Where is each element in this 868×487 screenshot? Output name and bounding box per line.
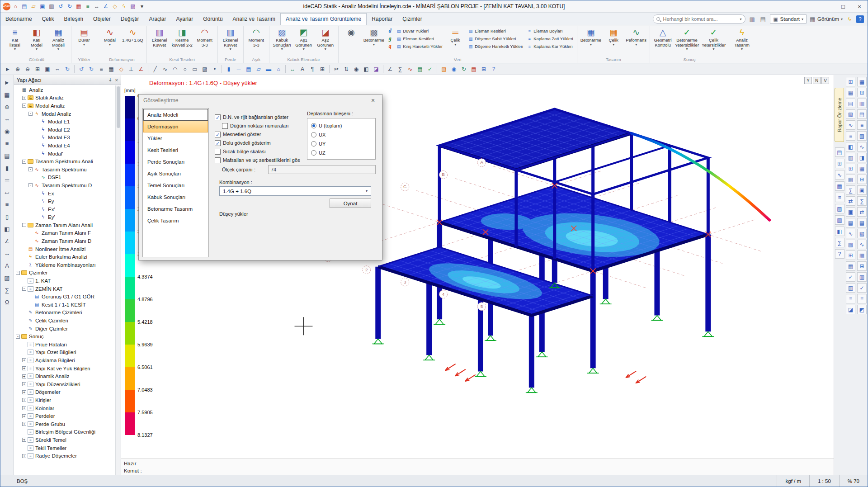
report-icon[interactable]: ▤ <box>857 109 867 119</box>
table-icon[interactable]: ⊞ <box>835 159 844 168</box>
door-icon[interactable]: ▯ <box>2 212 12 222</box>
grid-icon[interactable]: ▦ <box>857 77 867 86</box>
a-2-g-r-nen-button[interactable]: ◪Aş2Görünen▼ <box>315 26 336 51</box>
checkbox-s-cak-b-lge-skalas[interactable]: Sıcak bölge skalası <box>215 148 266 155</box>
toggle-q-icon[interactable]: q <box>387 43 393 49</box>
-button[interactable]: ◉ <box>340 26 362 49</box>
dialog-nav-analiz-modeli[interactable]: Analiz Modeli <box>143 109 208 121</box>
list-icon[interactable]: ≡ <box>835 193 844 202</box>
multi-select-icon[interactable]: ▦ <box>2 90 12 99</box>
beam-icon[interactable]: ═ <box>2 175 12 185</box>
checkbox-box[interactable] <box>215 157 221 163</box>
wall-icon[interactable]: ▤ <box>244 65 253 74</box>
tree-item-modal-e4[interactable]: ϟModal E4 <box>15 142 121 150</box>
bolt-icon[interactable]: ϟ <box>120 2 128 10</box>
betonarme-yetersizlikler-button[interactable]: ✓BetonarmeYetersizlikler▼ <box>674 26 700 51</box>
elevation-icon[interactable]: ⇅ <box>342 65 351 74</box>
tree-item-dsf1[interactable]: ∿DSF1 <box>15 174 121 182</box>
table-edit-icon[interactable]: ⊞ <box>479 65 488 74</box>
layers-icon[interactable]: ≡ <box>2 138 12 148</box>
report-icon[interactable]: ▤ <box>846 99 855 108</box>
tree-item-yap-kat-ve-y-k-bilgileri[interactable]: +≡Yapı Kat ve Yük Bilgileri <box>15 364 121 373</box>
tree-item-tasar-m-spektrumu-d[interactable]: -∿Tasarım Spektrumu D <box>15 181 121 189</box>
axis-icon[interactable]: ∠ <box>137 65 146 74</box>
radio-uy[interactable]: UY <box>311 140 326 147</box>
panel-icon[interactable]: ◩ <box>857 305 867 314</box>
snap-icon[interactable]: ◇ <box>117 65 126 74</box>
analiz-tasar-m-button[interactable]: ϟAnalizTasarım▼ <box>731 26 753 51</box>
new-file-icon[interactable]: ▤ <box>20 2 28 10</box>
tree-item-tekil-temeller[interactable]: ≡Tekil Temeller <box>15 444 121 452</box>
open-file-icon[interactable]: ▱ <box>29 2 38 10</box>
duvar-y-kleri-button[interactable]: ▤Duvar Yükleri <box>396 28 443 34</box>
layers-icon[interactable]: ≡ <box>84 2 92 10</box>
list-icon[interactable]: ≡ <box>846 131 855 141</box>
chart-icon[interactable]: ∿ <box>835 170 844 180</box>
toggle-d-icon[interactable]: d <box>387 28 393 34</box>
undo-view-icon[interactable]: ↺ <box>77 65 86 74</box>
checkbox-d-m-noktas-numaralar[interactable]: Düğüm noktası numaraları <box>222 122 289 129</box>
calculate-icon[interactable]: ∑ <box>2 285 12 295</box>
kaplama-zati-y-kleri-button[interactable]: ≡Kaplama Zati Yükleri <box>527 36 573 42</box>
tab-raporlar[interactable]: Raporlar <box>367 14 397 25</box>
lightning-icon[interactable]: ϟ <box>845 15 854 23</box>
radio-ux[interactable]: UX <box>311 131 326 138</box>
layers-icon[interactable]: ≡ <box>97 65 106 74</box>
circle-icon[interactable]: ○ <box>180 65 189 74</box>
beam-icon[interactable]: ═ <box>234 65 243 74</box>
tree-item-dinamik-analiz[interactable]: +≡Dinamik Analiz <box>15 372 121 380</box>
printer-icon[interactable]: ▥ <box>748 15 756 23</box>
tab-analiz-ve-tasar-m-g-r-nt-leme[interactable]: Analiz ve Tasarım Görüntüleme <box>280 13 367 25</box>
tree-item-sonu[interactable]: -Sonuç <box>15 332 121 340</box>
dialog-nav-y-kler[interactable]: Yükler <box>143 132 208 144</box>
hatch-icon[interactable]: ▨ <box>2 273 12 283</box>
measure-icon[interactable]: ∠ <box>386 65 395 74</box>
kat-listesi-button[interactable]: ≡Katlistesi▼ <box>4 26 26 51</box>
tree-item-zemi-n-kat[interactable]: -≡ZEMİN KAT <box>15 285 121 293</box>
dimension-icon[interactable]: ↔ <box>2 248 12 258</box>
checkbox-box[interactable] <box>222 123 228 129</box>
grid-icon[interactable]: ▦ <box>857 251 867 260</box>
report-icon[interactable]: ▤ <box>835 147 844 157</box>
collapse-icon[interactable]: - <box>22 287 26 291</box>
results-icon[interactable]: ∿ <box>406 65 415 74</box>
calculate-icon[interactable]: ∑ <box>396 65 405 74</box>
radio-u-toplam[interactable]: U (toplam) <box>311 122 342 129</box>
collapse-icon[interactable]: - <box>28 167 33 171</box>
zoom-indicator[interactable]: % 70 <box>839 475 868 487</box>
tab-objeler[interactable]: Objeler <box>88 14 116 25</box>
expand-icon[interactable]: + <box>22 454 26 458</box>
tree-item-euler-burkulma-analizi[interactable]: ϟEuler Burkulma Analizi <box>15 253 121 261</box>
close-button[interactable]: × <box>851 0 868 12</box>
tree-item-perde-grubu[interactable]: +≡Perde Grubu <box>15 420 121 428</box>
eleman-kesitleri-button[interactable]: ▥Eleman Kesitleri <box>468 28 523 34</box>
collapse-icon[interactable]: - <box>22 223 26 227</box>
dialog-nav-elik-tasar-m[interactable]: Çelik Tasarım <box>143 215 208 227</box>
redo-icon[interactable]: ↻ <box>66 2 74 10</box>
tree-item-ex[interactable]: ϟEx' <box>15 205 121 213</box>
slab-icon[interactable]: ▱ <box>254 65 263 74</box>
help-icon[interactable]: ? <box>856 15 864 23</box>
tree-item-modal-analiz[interactable]: -ϟModal Analiz <box>15 102 121 110</box>
list-icon[interactable]: ≡ <box>857 294 867 303</box>
table-icon[interactable]: ⊞ <box>857 175 867 184</box>
table-icon[interactable]: ⊞ <box>846 251 855 260</box>
render-icon[interactable]: ◪ <box>372 65 381 74</box>
expand-icon[interactable]: + <box>22 358 26 362</box>
hatch-icon[interactable]: ▧ <box>846 109 855 119</box>
dialog-nav-temel-sonu-lar[interactable]: Temel Sonuçları <box>143 180 208 191</box>
chart-icon[interactable]: ∿ <box>857 240 867 249</box>
collapse-icon[interactable]: - <box>16 335 20 339</box>
dialog-nav-kesit-tesirleri[interactable]: Kesit Tesirleri <box>143 144 208 156</box>
eye-icon[interactable]: ◉ <box>449 65 458 74</box>
elik-yetersizlikler-button[interactable]: ✓ÇelikYetersizlikler▼ <box>700 26 727 51</box>
expand-icon[interactable]: + <box>22 438 26 442</box>
dialog-nav-deformasyon[interactable]: Deformasyon <box>143 121 208 132</box>
expand-icon[interactable]: + <box>22 390 26 394</box>
refresh-icon[interactable]: ↻ <box>459 65 468 74</box>
pan-icon[interactable]: ⇔ <box>53 65 62 74</box>
stairs-icon[interactable]: ≡ <box>2 199 12 209</box>
line-icon[interactable]: ╱ <box>151 65 160 74</box>
grid-icon[interactable]: ▦ <box>107 65 116 74</box>
viewport-button-v[interactable]: V <box>821 77 829 84</box>
